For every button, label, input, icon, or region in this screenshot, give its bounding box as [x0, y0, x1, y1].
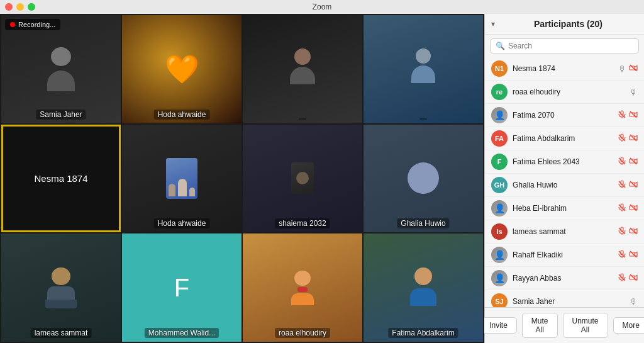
participant-icons — [618, 110, 638, 121]
cell-name-center-5: Nesma 1874 — [29, 168, 92, 189]
search-box[interactable]: 🔍 — [490, 38, 639, 53]
panel-title: Participants (20) — [499, 19, 638, 29]
video-grid: Samia Jaher 🧡 Hoda ahwaide — [0, 14, 484, 343]
video-muted-icon — [629, 180, 638, 191]
participant-name: Fatima Ehlees 2043 — [513, 157, 613, 166]
video-muted-icon — [629, 64, 638, 74]
participant-avatar: 👤 — [491, 200, 508, 216]
participant-avatar: N1 — [491, 60, 508, 77]
participant-icons: 🎙 — [630, 297, 638, 306]
participant-avatar: 👤 — [491, 247, 508, 263]
participant-row[interactable]: SJSamia Jaher🎙 — [485, 290, 644, 307]
chevron-icon[interactable]: ▾ — [491, 20, 495, 28]
participant-avatar: GH — [491, 177, 508, 193]
microphone-icon: 🎙 — [618, 64, 626, 74]
microphone-muted-icon — [618, 203, 626, 214]
video-muted-icon — [629, 157, 638, 167]
participant-icons — [618, 227, 638, 237]
main-content: Recording... Samia Jaher 🧡 Hoda ahwaide — [0, 14, 644, 343]
maximize-button[interactable] — [28, 3, 35, 11]
recording-dot — [10, 22, 15, 27]
video-cell-9[interactable]: lameas sammat — [1, 233, 121, 342]
video-cell-10[interactable]: F Mohammed Walid... — [122, 233, 242, 342]
participant-name: Rahaff Elkadiki — [513, 250, 613, 259]
video-cell-5[interactable]: Nesma 1874 — [1, 125, 121, 233]
participant-row[interactable]: 👤Heba El-ibrahim — [485, 197, 644, 220]
title-bar: Zoom — [0, 0, 644, 14]
participant-avatar: 👤 — [491, 270, 508, 286]
cell-label-12: Fatima Abdalkarim — [388, 328, 458, 338]
participant-row[interactable]: FFatima Ehlees 2043 — [485, 150, 644, 174]
participant-row[interactable]: 👤Rayyan Abbas — [485, 267, 644, 290]
search-icon: 🔍 — [496, 42, 505, 50]
participant-icons: 🎙 — [630, 87, 638, 97]
mute-all-button[interactable]: Mute All — [522, 313, 558, 338]
panel-header: ▾ Participants (20) — [485, 14, 644, 35]
participant-icons — [618, 203, 638, 214]
cell-label-11: roaa elhoudiry — [275, 328, 330, 338]
microphone-muted-icon — [618, 227, 626, 237]
invite-button[interactable]: Invite — [480, 317, 517, 334]
video-cell-4[interactable] — [364, 15, 483, 123]
recording-label: Recording... — [18, 21, 55, 28]
participant-avatar: ls — [491, 223, 508, 240]
participant-row[interactable]: GHGhalia Huwio — [485, 174, 644, 197]
video-muted-icon — [629, 273, 638, 284]
cell-label-9: lameas sammat — [31, 328, 92, 338]
video-cell-8[interactable]: Ghalia Huwio — [364, 125, 483, 233]
microphone-muted-icon — [618, 273, 626, 284]
cell-label-4 — [419, 118, 427, 120]
bottom-bar: Invite Mute All Unmute All More — [485, 307, 644, 343]
participant-row[interactable]: reroaa elhoudiry🎙 — [485, 81, 644, 104]
participant-name: lameas sammat — [513, 227, 613, 236]
video-cell-7[interactable]: shaiema 2032 — [243, 125, 362, 233]
video-cell-6[interactable]: Hoda ahwaide — [122, 125, 242, 233]
cell-label-6: Hoda ahwaide — [154, 218, 210, 228]
cell-label-2: Hoda ahwaide — [154, 110, 210, 120]
microphone-muted-icon — [618, 133, 626, 144]
video-cell-12[interactable]: Fatima Abdalkarim — [364, 233, 483, 342]
video-cell-3[interactable] — [243, 15, 362, 123]
cell-label-10: Mohammed Walid... — [145, 328, 219, 338]
window-title: Zoom — [313, 3, 332, 11]
participant-avatar: SJ — [491, 293, 508, 307]
video-cell-11[interactable]: roaa elhoudiry — [243, 233, 362, 342]
microphone-muted-icon — [618, 250, 626, 261]
video-grid-area: Recording... Samia Jaher 🧡 Hoda ahwaide — [0, 14, 484, 343]
participant-row[interactable]: 👤Rahaff Elkadiki — [485, 244, 644, 267]
video-cell-1[interactable]: Samia Jaher — [1, 15, 121, 123]
participant-name: Fatima 2070 — [513, 111, 613, 120]
participant-avatar: 👤 — [491, 107, 508, 123]
participant-icons: 🎙 — [618, 64, 638, 74]
participant-name: Heba El-ibrahim — [513, 204, 613, 213]
microphone-muted-icon — [618, 110, 626, 121]
participant-row[interactable]: lslameas sammat — [485, 220, 644, 244]
video-muted-icon — [629, 110, 638, 121]
participant-row[interactable]: 👤Fatima 2070 — [485, 104, 644, 127]
participant-icons — [618, 157, 638, 167]
unmute-all-button[interactable]: Unmute All — [563, 313, 608, 338]
participants-list: N1Nesma 1874🎙reroaa elhoudiry🎙👤Fatima 20… — [485, 57, 644, 307]
window-controls[interactable] — [5, 3, 35, 11]
participant-name: Fatima Abdalkarim — [513, 134, 613, 143]
video-cell-2[interactable]: 🧡 Hoda ahwaide — [122, 15, 242, 123]
more-button[interactable]: More — [613, 317, 644, 334]
participant-name: Samia Jaher — [513, 297, 625, 306]
participants-panel: ▾ Participants (20) 🔍 N1Nesma 1874🎙reroa… — [484, 14, 644, 343]
video-muted-icon — [629, 227, 638, 237]
participant-icons — [618, 250, 638, 261]
participant-row[interactable]: N1Nesma 1874🎙 — [485, 57, 644, 81]
participant-avatar: FA — [491, 130, 508, 147]
search-input[interactable] — [508, 42, 633, 50]
cell-label-1: Samia Jaher — [36, 110, 86, 120]
microphone-icon: 🎙 — [630, 87, 638, 97]
microphone-muted-icon — [618, 180, 626, 191]
participant-icons — [618, 273, 638, 284]
participant-row[interactable]: FAFatima Abdalkarim — [485, 127, 644, 150]
participant-icons — [618, 180, 638, 191]
video-muted-icon — [629, 250, 638, 261]
close-button[interactable] — [5, 3, 13, 11]
video-muted-icon — [629, 133, 638, 144]
participant-name: Nesma 1874 — [513, 64, 613, 73]
minimize-button[interactable] — [16, 3, 24, 11]
